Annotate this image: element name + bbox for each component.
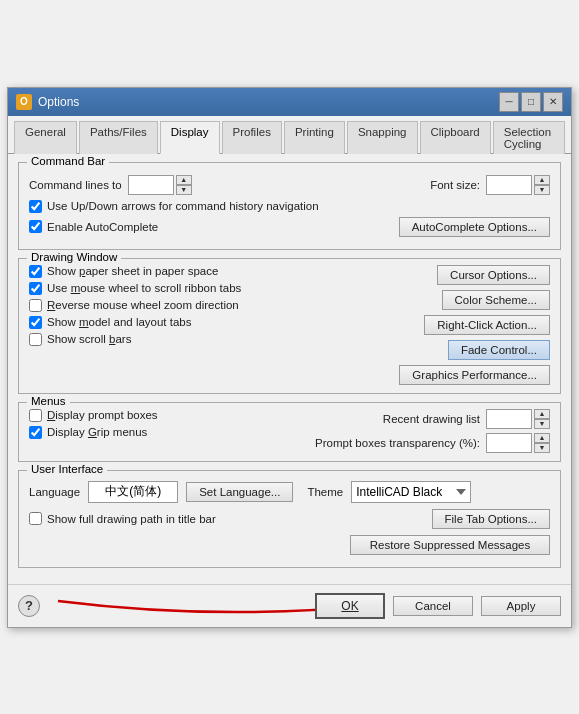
command-lines-row: Command lines to 256 ▲ ▼ Font size: 16	[29, 175, 550, 195]
command-lines-up[interactable]: ▲	[176, 175, 192, 185]
prompt-transparency-up[interactable]: ▲	[534, 433, 550, 443]
command-history-row: Use Up/Down arrows for command history n…	[29, 200, 550, 213]
display-prompt-boxes-checkbox[interactable]	[29, 409, 42, 422]
drawing-row-4: Show scroll bars	[29, 333, 391, 346]
drawing-window-label: Drawing Window	[27, 251, 121, 263]
command-bar-group: Command Bar Command lines to 256 ▲ ▼ Fon…	[18, 162, 561, 250]
reverse-zoom-checkbox[interactable]	[29, 299, 42, 312]
set-language-button[interactable]: Set Language...	[186, 482, 293, 502]
show-scrollbars-label: Show scroll bars	[47, 333, 131, 345]
prompt-transparency-label: Prompt boxes transparency (%):	[315, 437, 480, 449]
menus-label: Menus	[27, 395, 70, 407]
reverse-zoom-label: Reverse mouse wheel zoom direction	[47, 299, 239, 311]
tab-clipboard[interactable]: Clipboard	[420, 121, 491, 154]
autocomplete-row: Enable AutoComplete AutoComplete Options…	[29, 217, 550, 237]
font-size-down[interactable]: ▼	[534, 185, 550, 195]
recent-drawing-down[interactable]: ▼	[534, 419, 550, 429]
window-title: Options	[38, 95, 79, 109]
cancel-button[interactable]: Cancel	[393, 596, 473, 616]
minimize-button[interactable]: ─	[499, 92, 519, 112]
prompt-transparency-down[interactable]: ▼	[534, 443, 550, 453]
show-full-path-checkbox[interactable]	[29, 512, 42, 525]
theme-select[interactable]: IntelliCAD Black IntelliCAD Light System	[351, 481, 471, 503]
title-bar-left: O Options	[16, 94, 79, 110]
tab-selection-cycling[interactable]: Selection Cycling	[493, 121, 565, 154]
options-window: O Options ─ □ ✕ General Paths/Files Disp…	[7, 87, 572, 628]
autocomplete-checkbox[interactable]	[29, 220, 42, 233]
display-prompt-boxes-label: Display prompt boxes	[47, 409, 158, 421]
command-bar-label: Command Bar	[27, 155, 109, 167]
show-paper-label: Show paper sheet in paper space	[47, 265, 218, 277]
command-lines-spinner-btns: ▲ ▼	[176, 175, 192, 195]
menus-row-0: Display prompt boxes	[29, 409, 307, 422]
bottom-buttons: OK Cancel Apply	[315, 593, 561, 619]
prompt-transparency-spinner-btns: ▲ ▼	[534, 433, 550, 453]
recent-drawing-input[interactable]: 9	[486, 409, 532, 429]
tab-snapping[interactable]: Snapping	[347, 121, 418, 154]
user-interface-group: User Interface Language 中文(简体) Set Langu…	[18, 470, 561, 568]
drawing-window-group: Drawing Window Show paper sheet in paper…	[18, 258, 561, 394]
fade-control-button[interactable]: Fade Control...	[448, 340, 550, 360]
recent-drawing-spinner-btns: ▲ ▼	[534, 409, 550, 429]
tab-general[interactable]: General	[14, 121, 77, 154]
font-size-label: Font size:	[430, 179, 480, 191]
language-row: Language 中文(简体) Set Language... Theme In…	[29, 481, 550, 503]
display-grip-menus-checkbox[interactable]	[29, 426, 42, 439]
command-lines-spinner: 256 ▲ ▼	[128, 175, 192, 195]
maximize-button[interactable]: □	[521, 92, 541, 112]
prompt-transparency-input[interactable]: 15	[486, 433, 532, 453]
graphics-performance-button[interactable]: Graphics Performance...	[399, 365, 550, 385]
theme-label: Theme	[307, 486, 343, 498]
show-paper-checkbox[interactable]	[29, 265, 42, 278]
language-display: 中文(简体)	[88, 481, 178, 503]
font-size-spinner: 16 ▲ ▼	[486, 175, 550, 195]
command-history-checkbox[interactable]	[29, 200, 42, 213]
tab-printing[interactable]: Printing	[284, 121, 345, 154]
autocomplete-label: Enable AutoComplete	[47, 221, 158, 233]
autocomplete-options-button[interactable]: AutoComplete Options...	[399, 217, 550, 237]
main-content: Command Bar Command lines to 256 ▲ ▼ Fon…	[8, 154, 571, 584]
display-grip-menus-label: Display Grip menus	[47, 426, 147, 438]
font-size-spinner-btns: ▲ ▼	[534, 175, 550, 195]
drawing-window-checkboxes: Show paper sheet in paper space Use mous…	[29, 265, 391, 350]
recent-drawing-spinner: 9 ▲ ▼	[486, 409, 550, 429]
font-size-up[interactable]: ▲	[534, 175, 550, 185]
show-model-checkbox[interactable]	[29, 316, 42, 329]
recent-drawing-up[interactable]: ▲	[534, 409, 550, 419]
title-buttons: ─ □ ✕	[499, 92, 563, 112]
close-button[interactable]: ✕	[543, 92, 563, 112]
menus-spinners: Recent drawing list 9 ▲ ▼ Prompt boxes t…	[315, 409, 550, 453]
tab-paths-files[interactable]: Paths/Files	[79, 121, 158, 154]
drawing-window-buttons: Cursor Options... Color Scheme... Right-…	[399, 265, 550, 385]
cursor-options-button[interactable]: Cursor Options...	[437, 265, 550, 285]
bottom-bar: ? OK Cancel Apply	[8, 584, 571, 627]
title-bar: O Options ─ □ ✕	[8, 88, 571, 116]
tab-profiles[interactable]: Profiles	[222, 121, 282, 154]
ok-button[interactable]: OK	[315, 593, 385, 619]
show-scrollbars-checkbox[interactable]	[29, 333, 42, 346]
command-history-label: Use Up/Down arrows for command history n…	[47, 200, 319, 212]
file-tab-options-button[interactable]: File Tab Options...	[432, 509, 550, 529]
drawing-row-3: Show model and layout tabs	[29, 316, 391, 329]
recent-drawing-row: Recent drawing list 9 ▲ ▼	[315, 409, 550, 429]
user-interface-label: User Interface	[27, 463, 107, 475]
right-click-action-button[interactable]: Right-Click Action...	[424, 315, 550, 335]
command-lines-input[interactable]: 256	[128, 175, 174, 195]
drawing-row-2: Reverse mouse wheel zoom direction	[29, 299, 391, 312]
restore-row: Restore Suppressed Messages	[29, 535, 550, 555]
font-size-input[interactable]: 16	[486, 175, 532, 195]
tab-bar: General Paths/Files Display Profiles Pri…	[8, 116, 571, 154]
app-icon: O	[16, 94, 32, 110]
command-lines-down[interactable]: ▼	[176, 185, 192, 195]
language-label: Language	[29, 486, 80, 498]
menus-group: Menus Display prompt boxes Display Grip …	[18, 402, 561, 462]
menus-content: Display prompt boxes Display Grip menus …	[29, 409, 550, 453]
show-full-path-label: Show full drawing path in title bar	[47, 513, 216, 525]
help-button[interactable]: ?	[18, 595, 40, 617]
menus-row-1: Display Grip menus	[29, 426, 307, 439]
color-scheme-button[interactable]: Color Scheme...	[442, 290, 550, 310]
tab-display[interactable]: Display	[160, 121, 220, 154]
restore-suppressed-button[interactable]: Restore Suppressed Messages	[350, 535, 550, 555]
mouse-wheel-scroll-checkbox[interactable]	[29, 282, 42, 295]
apply-button[interactable]: Apply	[481, 596, 561, 616]
